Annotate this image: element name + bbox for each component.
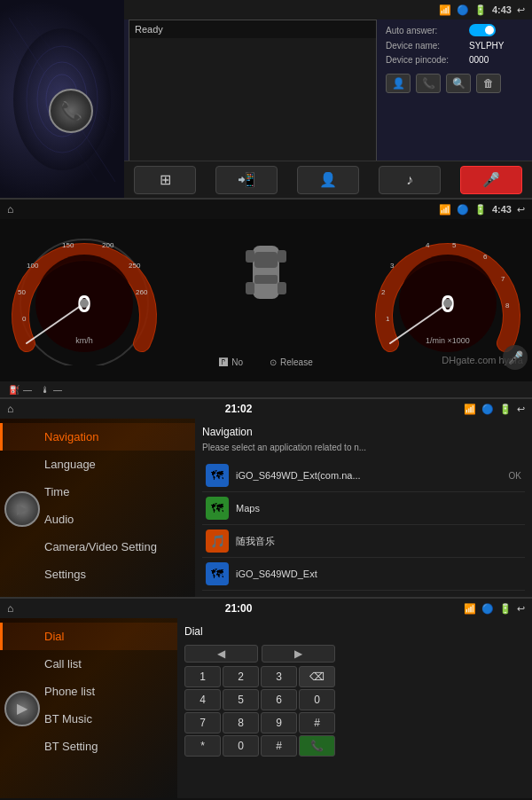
- maps-label: Maps: [236, 503, 521, 514]
- bluetooth-icon: 🔵: [457, 4, 469, 16]
- release-label: Release: [280, 357, 313, 367]
- svg-text:250: 250: [129, 262, 141, 270]
- dashboard-bottom-strip: ⛽ — 🌡 —: [0, 381, 532, 397]
- release-icon: ⊙: [270, 357, 277, 367]
- dial-btn-2[interactable]: 2: [223, 666, 259, 687]
- panel1-bottom-bar: ⊞ 📲 👤 ♪ 🎤: [124, 161, 532, 198]
- mic-button-p2[interactable]: 🎤: [503, 345, 528, 370]
- nav-app-igo1[interactable]: 🗺 iGO_S649WD_Ext(com.na... OK: [202, 459, 525, 492]
- panel3-knob[interactable]: ▶: [4, 491, 40, 527]
- panel-dashboard: ⌂ 📶 🔵 🔋 4:43 ↩: [0, 200, 532, 399]
- panel-navigation-menu: ⌂ 21:02 📶 🔵 🔋 ↩ ▶ Navigation Language Ti…: [0, 399, 532, 599]
- dial-prev-btn[interactable]: ◀: [184, 645, 258, 663]
- menu-item-btsetting[interactable]: BT Setting: [0, 733, 177, 760]
- menu-item-sysinfo[interactable]: System info: [0, 588, 195, 599]
- dial-btn-5[interactable]: 5: [223, 689, 259, 710]
- delete-icon-btn[interactable]: 🗑: [476, 74, 501, 93]
- wifi-icon-p2: 📶: [439, 204, 451, 216]
- dial-title: Dial: [184, 625, 525, 638]
- phone-icon-btn[interactable]: 📞: [416, 74, 441, 93]
- svg-text:6: 6: [483, 253, 488, 261]
- igo2-label: iGO_S649WD_Ext: [236, 569, 521, 579]
- temp-bar: —: [53, 385, 62, 395]
- dial-btn-1[interactable]: 1: [184, 666, 221, 687]
- back-p4[interactable]: ↩: [517, 603, 525, 615]
- svg-point-19: [80, 299, 89, 308]
- dial-btn-8[interactable]: 8: [223, 712, 259, 733]
- bluetooth-display-area: [129, 38, 376, 162]
- release-indicator: ⊙ Release: [270, 357, 313, 367]
- wifi-icon: 📶: [439, 4, 451, 16]
- nav-right-title: Navigation: [202, 426, 525, 438]
- dial-btn-star[interactable]: *: [184, 735, 221, 757]
- dial-btn-0b[interactable]: 0: [223, 735, 259, 757]
- contacts-button[interactable]: 👤: [297, 166, 359, 194]
- svg-text:1: 1: [386, 315, 390, 323]
- nav-app-maps[interactable]: 🗺 Maps: [202, 492, 525, 525]
- dashboard-display: 0 km/h 0 50 100 150 200 250 260: [0, 219, 532, 374]
- svg-text:8: 8: [505, 302, 510, 310]
- fuel-indicator: ⛽ —: [9, 385, 32, 395]
- dial-call-btn[interactable]: 📞: [299, 735, 335, 757]
- dial-btn-hashb[interactable]: #: [261, 735, 297, 757]
- back-icon-p2[interactable]: ↩: [517, 204, 525, 216]
- phone-circle-icon[interactable]: 📞: [49, 89, 93, 133]
- back-p3[interactable]: ↩: [517, 404, 525, 415]
- svg-rect-26: [278, 282, 286, 294]
- dial-btn-hash[interactable]: #: [299, 712, 335, 733]
- panel4-menu-list: ▶ Dial Call list Phone list BT Music BT …: [0, 618, 177, 798]
- dial-btn-del[interactable]: ⌫: [299, 666, 335, 687]
- panel4-knob[interactable]: ▶: [4, 691, 40, 726]
- svg-text:1/min ×1000: 1/min ×1000: [426, 336, 470, 345]
- dial-btn-9[interactable]: 9: [261, 712, 297, 733]
- svg-text:4: 4: [426, 241, 430, 249]
- panel3-status-bar: ⌂ 21:02 📶 🔵 🔋 ↩: [0, 399, 532, 419]
- svg-text:100: 100: [27, 262, 39, 270]
- auto-answer-label: Auto answer:: [386, 26, 466, 35]
- panel3-main-content: ▶ Navigation Language Time Audio Camera/…: [0, 419, 532, 599]
- mic-icon: 🎤: [482, 171, 500, 188]
- igo1-label: iGO_S649WD_Ext(com.na...: [236, 470, 509, 481]
- dial-next-btn[interactable]: ▶: [262, 645, 335, 663]
- nav-app-music[interactable]: 🎵 随我音乐: [202, 525, 525, 558]
- menu-item-camera[interactable]: Camera/Video Setting: [0, 533, 195, 561]
- bt-p4: 🔵: [481, 603, 494, 615]
- home-icon[interactable]: ⌂: [7, 203, 13, 216]
- menu-item-language[interactable]: Language: [0, 451, 195, 478]
- menu-item-settings[interactable]: Settings: [0, 561, 195, 588]
- grid-button[interactable]: ⊞: [134, 166, 196, 194]
- dial-btn-6[interactable]: 6: [261, 689, 297, 710]
- parking-icon: 🅿: [219, 357, 228, 367]
- bluetooth-mic-button[interactable]: 🎤: [460, 166, 522, 194]
- home-icon-p3[interactable]: ⌂: [7, 403, 13, 415]
- menu-item-calllist[interactable]: Call list: [0, 650, 177, 678]
- dial-btn-0[interactable]: 0: [299, 689, 335, 710]
- arrow-icon-p4: ▶: [17, 700, 27, 717]
- device-pincode-label: Device pincode:: [386, 55, 466, 65]
- temp-indicator: 🌡 —: [41, 385, 62, 395]
- status-time: 4:43: [492, 4, 512, 15]
- panel3-app-list: Navigation Please select an application …: [195, 419, 532, 599]
- call-button[interactable]: 📲: [215, 166, 278, 194]
- dial-btn-4[interactable]: 4: [184, 689, 221, 710]
- back-icon[interactable]: ↩: [517, 4, 525, 16]
- svg-rect-23: [246, 250, 254, 263]
- auto-answer-toggle[interactable]: [469, 24, 496, 36]
- panel1-right-info: Auto answer: Device name: SYLPHY Device …: [386, 20, 532, 93]
- home-icon-p4[interactable]: ⌂: [7, 602, 13, 615]
- nav-app-igo2[interactable]: 🗺 iGO_S649WD_Ext: [202, 558, 525, 591]
- svg-rect-22: [254, 275, 278, 284]
- svg-rect-24: [278, 250, 286, 263]
- search-icon-btn[interactable]: 🔍: [446, 74, 471, 93]
- svg-rect-21: [254, 252, 278, 268]
- dial-btn-7[interactable]: 7: [184, 712, 221, 733]
- fuel-bar: —: [23, 385, 32, 395]
- panel1-main-display: Ready: [129, 20, 377, 179]
- menu-item-dial[interactable]: Dial: [0, 623, 177, 650]
- panel3-menu-list: ▶ Navigation Language Time Audio Camera/…: [0, 419, 195, 599]
- menu-item-navigation[interactable]: Navigation: [0, 423, 195, 451]
- music-button[interactable]: ♪: [379, 166, 441, 194]
- dial-btn-3[interactable]: 3: [261, 666, 297, 687]
- time-p2: 4:43: [492, 204, 512, 215]
- contacts-icon-btn[interactable]: 👤: [386, 74, 411, 93]
